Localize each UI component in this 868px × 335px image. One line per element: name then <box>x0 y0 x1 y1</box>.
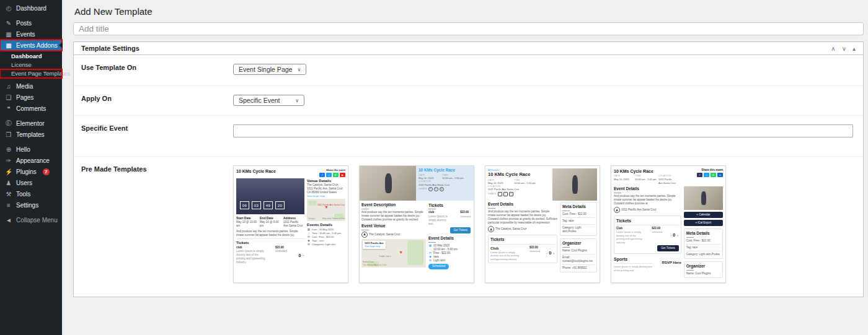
tickets-heading: Tickets <box>616 218 679 224</box>
events-details-heading: Events Details <box>307 222 345 227</box>
sidebar-item-users[interactable]: ♟ Users <box>0 177 62 188</box>
view-larger-map-link[interactable]: View larger map <box>307 194 345 198</box>
template-previews: 10 KMs Cycle Race Share this event f t ✆… <box>233 165 726 283</box>
sidebar-item-templates[interactable]: ❒ Templates <box>0 129 62 140</box>
template-preview-1[interactable]: 10 KMs Cycle Race Share this event f t ✆… <box>233 165 348 283</box>
sidebar-item-comments[interactable]: ❝ Comments <box>0 103 62 114</box>
sidebar-item-plugins[interactable]: ⚡ Plugins 7 <box>0 166 62 177</box>
ticket-stock: Unlimited <box>460 215 471 218</box>
twitter-icon[interactable]: t <box>503 192 508 196</box>
countdown-days: 06 <box>240 201 249 209</box>
whatsapp-icon[interactable]: ✆ <box>333 173 339 177</box>
toggle-panel-icon[interactable]: ▴ <box>852 45 856 52</box>
category-icon: ⊞ <box>307 243 311 246</box>
plugins-update-badge: 7 <box>43 168 50 175</box>
map-terms[interactable]: Map data Terms of Use <box>322 217 345 220</box>
event-title: 10 KMs Cycle Race <box>614 168 683 174</box>
sidebar-item-label: Comments <box>16 105 46 112</box>
sidebar-item-appearance[interactable]: ✑ Appearance <box>0 155 62 166</box>
ticket-stock: Unlimited <box>529 250 540 253</box>
sidebar-item-pages[interactable]: ❏ Pages <box>0 92 62 103</box>
move-down-icon[interactable]: ∨ <box>842 45 846 52</box>
field-row-apply-on: Apply On Specific Event ∨ <box>74 86 863 116</box>
qty-plus-button[interactable]: + <box>676 233 679 238</box>
linkedin-icon[interactable]: in <box>717 173 723 177</box>
sidebar-item-label: Appearance <box>16 157 50 164</box>
map-pin-label: 1011 Pacific Ave <box>365 241 384 245</box>
qty-minus-button[interactable]: - <box>547 251 548 256</box>
sidebar-item-events[interactable]: ▦ Events <box>0 28 62 40</box>
field-row-pre-made-templates: Pre Made Templates 10 KMs Cycle Race Sha… <box>74 157 863 298</box>
sidebar-item-elementor[interactable]: Ⓔ Elementor <box>0 118 62 129</box>
qty-plus-button[interactable]: + <box>552 251 555 256</box>
sidebar-item-tools[interactable]: ⚒ Tools <box>0 188 62 199</box>
plus-circle-icon: ⊕ <box>5 146 12 153</box>
add-to-calendar-button[interactable]: + Calendar <box>684 212 723 218</box>
tickets-heading: Tickets <box>428 202 471 208</box>
twitter-icon[interactable]: t <box>434 187 438 191</box>
venue-map[interactable]: 1011 Pacific Ave View larger map Trader … <box>361 239 426 268</box>
field-label: Use Template On <box>81 64 233 71</box>
twitter-icon[interactable]: t <box>704 173 709 177</box>
meta-cost: Cost: Free - $22.00 <box>562 212 595 216</box>
status-badge: Scheduled <box>428 264 449 269</box>
submenu-item-license[interactable]: License <box>0 61 62 69</box>
sidebar-item-label: Collapse Menu <box>16 217 58 224</box>
title-input[interactable] <box>73 22 864 35</box>
event-thumb-image <box>684 186 723 210</box>
sidebar-item-settings[interactable]: ≡ Settings <box>0 199 62 211</box>
qty-minus-button[interactable]: - <box>670 233 671 238</box>
organizer-name: Name: Cool Plugins <box>686 272 720 276</box>
linkedin-icon[interactable]: in <box>509 192 513 196</box>
location-value: 1011 Pacific Ave.Santa Cruz <box>488 188 550 191</box>
specific-event-input[interactable] <box>233 124 853 137</box>
get-tickets-button[interactable]: Get Tickets <box>450 227 471 233</box>
collapse-arrow-icon: ◄ <box>5 217 12 224</box>
map-pin-label: 1011 Pacific Ave Santa Cruz <box>317 204 345 207</box>
ical-export-button[interactable]: + iCal Export <box>684 220 723 226</box>
rsvp-here-link[interactable]: RSVP Here <box>662 256 681 272</box>
twitter-icon[interactable]: t <box>326 173 332 177</box>
address-head: Address <box>283 216 304 220</box>
brush-icon: ✑ <box>5 157 12 164</box>
venue-details-text: The Catalyst, Santa Cruz, 1011 Pacific A… <box>307 183 345 194</box>
ticket-stock: Unlimited <box>275 250 287 253</box>
metabox-title: Template Settings <box>81 45 140 52</box>
sidebar-item-dashboard[interactable]: ◴ Dashboard <box>0 2 62 14</box>
view-larger-map-link[interactable]: View larger map <box>365 245 384 248</box>
sidebar-item-media[interactable]: ♫ Media <box>0 80 62 92</box>
move-up-icon[interactable]: ∧ <box>831 45 835 52</box>
meta-details-heading: Meta Details <box>686 231 720 237</box>
facebook-icon[interactable]: f <box>319 173 325 177</box>
facebook-icon[interactable]: f <box>428 187 433 191</box>
youtube-icon[interactable]: ▶ <box>340 173 345 177</box>
submenu-item-event-page-templates[interactable]: Event Page Templates <box>0 69 62 78</box>
instagram-icon[interactable]: ◎ <box>440 187 444 191</box>
metabox-header[interactable]: Template Settings ∧ ∨ ▴ <box>74 42 863 55</box>
sidebar-item-events-addons[interactable]: ▩ Events Addons <box>0 40 62 51</box>
use-template-on-select[interactable]: Event Single Page ∨ <box>233 64 306 75</box>
event-details-heading: Event Details <box>428 236 471 241</box>
qty-plus-button[interactable]: + <box>302 253 304 258</box>
comment-bubble-icon: ❝ <box>5 105 12 112</box>
ticket-stock: Unlimited <box>652 230 662 233</box>
template-preview-4[interactable]: 10 KMs Cycle Race DATE May 10, 2023 TIME… <box>611 165 726 283</box>
template-preview-2[interactable]: 10 KMs Cycle Race DATE May 10, 2023 TIME… <box>359 165 474 283</box>
calendar-icon: ▦ <box>5 31 12 38</box>
facebook-icon[interactable]: f <box>697 173 702 177</box>
get-tickets-button[interactable]: Get Tickets <box>657 245 679 251</box>
qty-minus-button[interactable]: - <box>296 253 298 258</box>
facebook-icon[interactable]: f <box>498 192 502 196</box>
countdown-seconds: 20 <box>275 201 285 209</box>
template-preview-3[interactable]: All Events 10 KMs Cycle Race DATE May 10… <box>485 165 600 283</box>
whatsapp-icon[interactable]: ✆ <box>711 173 716 177</box>
media-icon: ♫ <box>5 83 12 90</box>
apply-on-select[interactable]: Specific Event ∨ <box>233 95 304 106</box>
submenu-item-dashboard[interactable]: Dashboard <box>0 52 62 61</box>
sidebar-item-posts[interactable]: ✎ Posts <box>0 17 62 28</box>
venue-map[interactable]: ▼ 1011 Pacific Ave Santa Cruz Google Map… <box>307 199 345 221</box>
sidebar-item-hello[interactable]: ⊕ Hello <box>0 144 62 155</box>
user-icon: ♟ <box>5 180 12 186</box>
field-label: Apply On <box>81 95 233 102</box>
collapse-menu-button[interactable]: ◄ Collapse Menu <box>0 214 62 225</box>
